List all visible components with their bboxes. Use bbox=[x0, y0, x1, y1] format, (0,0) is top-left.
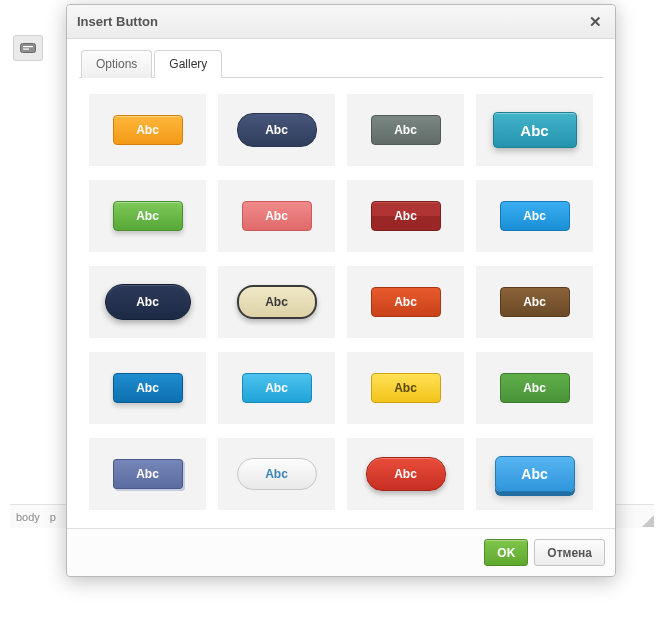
gallery-swatch-gray-flat[interactable]: Abc bbox=[347, 94, 464, 166]
cancel-button[interactable]: Отмена bbox=[534, 539, 605, 566]
sample-button-pink-flat: Abc bbox=[242, 201, 312, 231]
sample-button-blue-raised: Abc bbox=[113, 373, 183, 403]
sample-button-green-flat: Abc bbox=[500, 373, 570, 403]
sample-button-darknavy-pill: Abc bbox=[105, 284, 191, 320]
gallery-swatch-slate-shadow[interactable]: Abc bbox=[89, 438, 206, 510]
ok-button[interactable]: OK bbox=[484, 539, 528, 566]
sample-button-orange-rounded: Abc bbox=[113, 115, 183, 145]
insert-button-dialog: Insert Button ✕ Options Gallery AbcAbcAb… bbox=[66, 4, 616, 577]
gallery-swatch-cream-pill[interactable]: Abc bbox=[218, 266, 335, 338]
sample-button-gray-flat: Abc bbox=[371, 115, 441, 145]
sample-button-slate-shadow: Abc bbox=[113, 459, 183, 489]
sample-button-white-pill: Abc bbox=[237, 458, 317, 490]
button-gallery: AbcAbcAbcAbcAbcAbcAbcAbcAbcAbcAbcAbcAbcA… bbox=[79, 78, 603, 524]
gallery-swatch-pink-flat[interactable]: Abc bbox=[218, 180, 335, 252]
svg-rect-2 bbox=[23, 49, 29, 50]
button-icon bbox=[20, 43, 36, 53]
gallery-swatch-orange-dark[interactable]: Abc bbox=[347, 266, 464, 338]
close-icon[interactable]: ✕ bbox=[585, 12, 605, 32]
sample-button-brown-flat: Abc bbox=[500, 287, 570, 317]
resize-handle-icon[interactable] bbox=[640, 513, 654, 527]
sample-button-green-raised: Abc bbox=[113, 201, 183, 231]
sample-button-blue-3d: Abc bbox=[495, 456, 575, 492]
sample-button-darkred-gloss: Abc bbox=[371, 201, 441, 231]
gallery-swatch-green-flat[interactable]: Abc bbox=[476, 352, 593, 424]
gallery-swatch-teal-large[interactable]: Abc bbox=[476, 94, 593, 166]
gallery-swatch-blue-3d[interactable]: Abc bbox=[476, 438, 593, 510]
gallery-swatch-red-pill[interactable]: Abc bbox=[347, 438, 464, 510]
path-segment-p[interactable]: p bbox=[50, 511, 56, 523]
sample-button-yellow-flat: Abc bbox=[371, 373, 441, 403]
gallery-swatch-orange-rounded[interactable]: Abc bbox=[89, 94, 206, 166]
sample-button-navy-pill: Abc bbox=[237, 113, 317, 147]
dialog-tabs: Options Gallery bbox=[79, 49, 603, 78]
gallery-swatch-skyblue-flat[interactable]: Abc bbox=[218, 352, 335, 424]
sample-button-teal-large: Abc bbox=[493, 112, 577, 148]
sample-button-blue-outline: Abc bbox=[500, 201, 570, 231]
gallery-swatch-brown-flat[interactable]: Abc bbox=[476, 266, 593, 338]
dialog-footer: OK Отмена bbox=[67, 528, 615, 576]
gallery-swatch-navy-pill[interactable]: Abc bbox=[218, 94, 335, 166]
gallery-swatch-blue-raised[interactable]: Abc bbox=[89, 352, 206, 424]
gallery-swatch-green-raised[interactable]: Abc bbox=[89, 180, 206, 252]
gallery-swatch-darkred-gloss[interactable]: Abc bbox=[347, 180, 464, 252]
sample-button-skyblue-flat: Abc bbox=[242, 373, 312, 403]
tab-options[interactable]: Options bbox=[81, 50, 152, 78]
svg-rect-1 bbox=[23, 46, 33, 47]
dialog-header[interactable]: Insert Button ✕ bbox=[67, 5, 615, 39]
sample-button-orange-dark: Abc bbox=[371, 287, 441, 317]
sample-button-cream-pill: Abc bbox=[237, 285, 317, 319]
path-segment-body[interactable]: body bbox=[16, 511, 40, 523]
tab-gallery[interactable]: Gallery bbox=[154, 50, 222, 78]
gallery-swatch-darknavy-pill[interactable]: Abc bbox=[89, 266, 206, 338]
svg-rect-0 bbox=[21, 44, 36, 53]
dialog-title: Insert Button bbox=[77, 14, 158, 29]
toolbar-button-stub[interactable] bbox=[13, 35, 43, 61]
gallery-swatch-blue-outline[interactable]: Abc bbox=[476, 180, 593, 252]
gallery-swatch-yellow-flat[interactable]: Abc bbox=[347, 352, 464, 424]
gallery-swatch-white-pill[interactable]: Abc bbox=[218, 438, 335, 510]
sample-button-red-pill: Abc bbox=[366, 457, 446, 491]
dialog-body: Options Gallery AbcAbcAbcAbcAbcAbcAbcAbc… bbox=[67, 39, 615, 528]
